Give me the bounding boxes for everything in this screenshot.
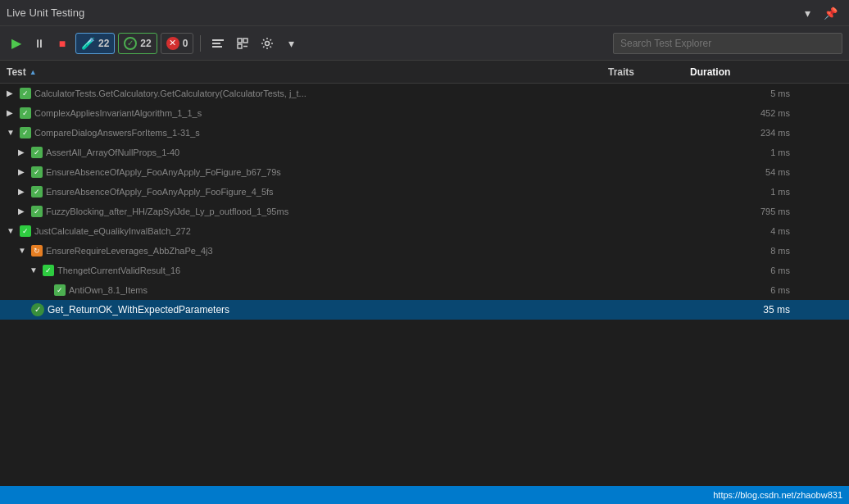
duration-cell: 1 ms (690, 187, 797, 197)
dropdown-button[interactable]: ▾ (800, 6, 815, 20)
svg-rect-1 (212, 43, 220, 44)
table-row[interactable]: ▶ ✓ FuzzyBlocking_after_HH/ZapSylJde_Ly_… (0, 202, 849, 221)
settings-button[interactable] (257, 33, 278, 54)
duration-cell: 8 ms (690, 246, 797, 256)
status-icon: ✓ (20, 88, 31, 99)
test-name: ThengetCurrentValidResult_16 (57, 266, 180, 275)
test-name: CalculatorTests.GetCalculatory.GetCalcul… (34, 89, 306, 98)
test-column-header[interactable]: Test ▲ (3, 66, 608, 78)
total-count: 22 (98, 38, 109, 49)
flask-icon: 🧪 (81, 37, 95, 50)
status-icon: ↻ (31, 245, 43, 257)
collapse-icon (236, 37, 249, 50)
fail-count: 0 (183, 38, 188, 49)
table-row[interactable]: ▼ ✓ ThengetCurrentValidResult_16 6 ms (0, 261, 849, 280)
expand-icon: ▶ (7, 108, 16, 117)
test-list: ▶ ✓ CalculatorTests.GetCalculatory.GetCa… (0, 84, 849, 481)
test-name: EnsureAbsenceOfApply_FooAnyApply_FooFigu… (46, 187, 274, 197)
duration-cell: 234 ms (690, 128, 797, 138)
duration-cell: 5 ms (690, 89, 797, 98)
search-input[interactable] (613, 33, 842, 54)
pass-count-button[interactable]: ✓ 22 (118, 33, 157, 54)
status-url: https://blog.csdn.net/zhaobw831 (713, 490, 842, 500)
table-row[interactable]: ▶ ✓ EnsureAbsenceOfApply_FooAnyApply_FoF… (0, 162, 849, 182)
group-by-button[interactable] (207, 33, 229, 54)
fail-count-button[interactable]: ✕ 0 (161, 33, 194, 54)
expand-icon: ▼ (30, 266, 39, 275)
group-by-icon (211, 37, 225, 50)
pin-button[interactable]: 📌 (819, 6, 842, 20)
window-title: Live Unit Testing (7, 7, 84, 19)
svg-rect-3 (238, 39, 242, 43)
table-row[interactable]: ▶ ✓ AssertAll_ArrayOfNullProps_1-40 1 ms (0, 143, 849, 162)
test-name: AntiOwn_8.1_Items (69, 285, 148, 295)
test-name: JustCalculate_eQualikyInvalBatch_272 (34, 226, 191, 236)
table-row[interactable]: ▼ ↻ EnsureRequireLeverages_AbbZhaPe_4j3 … (0, 241, 849, 261)
duration-cell: 4 ms (690, 226, 797, 236)
test-name: Get_ReturnOK_WithExpectedParameters (48, 304, 229, 316)
status-bar: https://blog.csdn.net/zhaobw831 (0, 486, 849, 504)
collapse-button[interactable] (232, 33, 253, 54)
test-name: FuzzyBlocking_after_HH/ZapSylJde_Ly_p_ou… (46, 207, 288, 216)
status-icon: ✓ (20, 107, 31, 119)
flask-count-button[interactable]: 🧪 22 (75, 33, 115, 54)
status-icon: ✓ (31, 206, 43, 217)
duration-cell: 6 ms (690, 285, 797, 295)
table-row[interactable]: ▶ ✓ CalculatorTests.GetCalculatory.GetCa… (0, 84, 849, 103)
expand-icon: ▶ (7, 89, 16, 98)
table-row[interactable]: ▼ ✓ CompareDialogAnswersForItems_1-31_s … (0, 123, 849, 143)
fail-icon: ✕ (166, 37, 179, 50)
status-icon: ✓ (31, 166, 43, 178)
test-name: AssertAll_ArrayOfNullProps_1-40 (46, 148, 179, 157)
duration-column-header[interactable]: Duration (690, 66, 797, 78)
pause-button[interactable]: ⏸ (30, 33, 49, 54)
pass-icon: ✓ (124, 37, 137, 50)
duration-cell: 54 ms (690, 167, 797, 177)
test-name: EnsureAbsenceOfApply_FooAnyApply_FoFigur… (46, 167, 281, 177)
status-icon: ✓ (43, 265, 54, 276)
status-icon: ✓ (31, 303, 44, 316)
title-bar-controls: ▾ 📌 (800, 6, 842, 20)
expand-icon: ▶ (18, 167, 28, 176)
play-button[interactable]: ▶ (7, 33, 26, 54)
table-row[interactable]: ▶ ✓ ComplexAppliesInvariantAlgorithm_1_1… (0, 103, 849, 123)
svg-rect-4 (243, 39, 247, 43)
expand-icon: ▼ (18, 246, 28, 255)
table-row[interactable]: ✓ Get_ReturnOK_WithExpectedParameters 35… (0, 300, 849, 320)
table-row[interactable]: ▶ ✓ EnsureAbsenceOfApply_FooAnyApply_Foo… (0, 182, 849, 202)
settings-icon (261, 37, 274, 50)
duration-cell: 795 ms (690, 207, 797, 216)
expand-icon: ▶ (18, 207, 28, 216)
title-bar-left: Live Unit Testing (7, 7, 84, 19)
svg-rect-2 (212, 46, 222, 48)
status-icon: ✓ (54, 284, 66, 296)
separator (200, 35, 201, 52)
svg-point-7 (266, 41, 270, 45)
column-headers: Test ▲ Traits Duration (0, 61, 849, 84)
status-icon: ✓ (20, 225, 31, 237)
svg-rect-5 (238, 44, 242, 48)
status-icon: ✓ (31, 186, 43, 198)
toolbar: ▶ ⏸ ■ 🧪 22 ✓ 22 ✕ 0 ▾ (0, 26, 849, 61)
pass-count: 22 (140, 38, 151, 49)
title-bar: Live Unit Testing ▾ 📌 (0, 0, 849, 26)
expand-icon: ▼ (7, 128, 16, 137)
test-name: CompareDialogAnswersForItems_1-31_s (34, 128, 200, 138)
duration-cell: 35 ms (690, 304, 797, 316)
table-row[interactable]: ✓ AntiOwn_8.1_Items 6 ms (0, 280, 849, 300)
status-icon: ✓ (20, 127, 31, 138)
sort-icon: ▲ (30, 68, 37, 76)
traits-column-header[interactable]: Traits (608, 66, 690, 78)
svg-rect-0 (212, 39, 224, 41)
duration-cell: 1 ms (690, 148, 797, 157)
stop-button[interactable]: ■ (52, 33, 72, 54)
test-name: ComplexAppliesInvariantAlgorithm_1_1_s (34, 108, 202, 118)
test-name: EnsureRequireLeverages_AbbZhaPe_4j3 (46, 246, 213, 256)
more-button[interactable]: ▾ (281, 33, 301, 54)
expand-icon: ▶ (18, 148, 28, 157)
status-icon: ✓ (31, 147, 43, 158)
test-label: Test (7, 66, 26, 78)
duration-cell: 6 ms (690, 266, 797, 275)
table-row[interactable]: ▼ ✓ JustCalculate_eQualikyInvalBatch_272… (0, 221, 849, 241)
expand-icon: ▶ (18, 187, 28, 196)
